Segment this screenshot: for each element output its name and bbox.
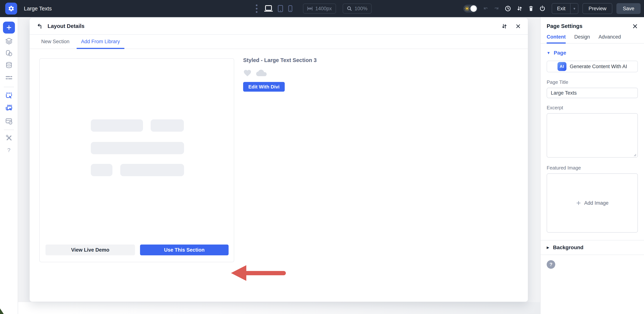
insert-row-button[interactable] <box>5 104 13 112</box>
view-live-demo-button[interactable]: View Live Demo <box>46 245 135 255</box>
viewport-width-input[interactable]: 1400px <box>303 3 336 13</box>
portability-power-icon[interactable] <box>540 5 545 12</box>
triangle-right-icon: ▶ <box>547 246 549 250</box>
sort-arrows-icon[interactable] <box>517 5 522 11</box>
row-cursor-icon <box>5 104 13 112</box>
undo-icon[interactable] <box>483 6 489 11</box>
add-module-button[interactable] <box>3 21 15 33</box>
database-icon <box>6 61 12 69</box>
sidebar-divider <box>4 130 14 130</box>
width-arrows-icon <box>307 6 313 11</box>
shapes-icon <box>5 49 13 57</box>
page-settings-panel: Page Settings Content Design Advanced ▼ … <box>540 17 644 314</box>
use-this-section-button[interactable]: Use This Section <box>140 245 228 255</box>
panel-tab-bar: Content Design Advanced <box>540 34 644 43</box>
edit-with-divi-button[interactable]: Edit With Divi <box>243 82 285 92</box>
viewport-width-value: 1400px <box>315 6 332 11</box>
background-section-toggle[interactable]: ▶ Background <box>540 240 644 255</box>
panel-title: Page Settings <box>547 23 582 29</box>
preview-button[interactable]: Preview <box>582 3 612 14</box>
generate-content-ai-label: Generate Content With AI <box>570 64 627 69</box>
layout-details-modal: Layout Details New Section Add From Libr… <box>30 18 528 302</box>
redo-icon[interactable] <box>493 6 499 11</box>
sun-icon <box>465 6 470 11</box>
trash-icon[interactable] <box>528 5 534 11</box>
structure-list-button[interactable] <box>5 74 13 82</box>
zoom-level-input[interactable]: 100% <box>343 3 372 13</box>
list-rows-icon <box>5 75 13 81</box>
history-clock-icon[interactable] <box>505 5 511 12</box>
layout-item-title: Styled - Large Text Section 3 <box>243 57 316 63</box>
cloud-icon[interactable] <box>256 68 267 77</box>
tab-design[interactable]: Design <box>574 34 590 43</box>
tab-add-from-library[interactable]: Add From Library <box>77 35 124 49</box>
save-button[interactable]: Save <box>616 3 641 14</box>
divi-settings-button[interactable] <box>5 2 17 14</box>
gear-icon <box>8 5 14 12</box>
add-image-label: Add Image <box>584 200 608 206</box>
page-title-input[interactable] <box>547 88 638 98</box>
page-title-topbar: Large Texts <box>24 5 52 12</box>
placeholder-bar <box>91 119 143 132</box>
modal-header: Layout Details <box>30 18 528 35</box>
close-icon[interactable] <box>632 23 638 29</box>
generate-content-ai-button[interactable]: AI Generate Content With AI <box>547 61 638 72</box>
placeholder-bar <box>91 142 184 154</box>
window-disc-icon <box>5 117 13 125</box>
page-section-label: Page <box>554 50 566 56</box>
modal-body: View Live Demo Use This Section Styled -… <box>30 49 528 301</box>
excerpt-textarea[interactable] <box>547 113 638 158</box>
tools-icon <box>5 134 13 142</box>
help-button-sidebar[interactable]: ? <box>5 146 13 154</box>
back-arrow-icon[interactable] <box>37 23 43 29</box>
section-cursor-icon <box>5 92 13 99</box>
triangle-down-icon: ▼ <box>547 51 550 55</box>
featured-image-label: Featured Image <box>547 165 638 171</box>
zoom-level-value: 100% <box>355 6 368 11</box>
annotation-arrow-icon <box>231 264 286 282</box>
placeholder-bar <box>151 119 184 132</box>
excerpt-label: Excerpt <box>547 105 638 111</box>
more-options-icon[interactable] <box>256 4 258 13</box>
tab-content[interactable]: Content <box>547 34 566 43</box>
close-icon[interactable] <box>516 24 521 29</box>
chevron-down-icon: ▾ <box>573 6 575 11</box>
builder-mode-toggle[interactable] <box>463 5 478 12</box>
background-section-label: Background <box>553 245 584 251</box>
design-presets-button[interactable] <box>5 49 13 57</box>
phone-icon <box>288 5 292 12</box>
favorite-heart-icon[interactable] <box>243 69 252 77</box>
modal-title: Layout Details <box>48 23 84 29</box>
layers-icon <box>5 37 13 45</box>
question-icon: ? <box>7 147 10 153</box>
desktop-icon <box>264 5 273 12</box>
resize-handle-icon[interactable] <box>633 153 636 156</box>
insert-section-button[interactable] <box>5 92 13 100</box>
theme-builder-button[interactable] <box>5 117 13 125</box>
modal-tab-bar: New Section Add From Library <box>30 35 528 49</box>
add-image-dropzone[interactable]: Add Image <box>547 173 638 233</box>
magnifier-icon <box>347 6 352 11</box>
desktop-view-button[interactable] <box>264 5 273 12</box>
page-section-toggle[interactable]: ▼ Page <box>547 50 638 56</box>
layers-panel-button[interactable] <box>5 37 13 45</box>
builder-left-rail: ? <box>0 17 18 314</box>
tab-advanced[interactable]: Advanced <box>598 34 621 43</box>
layout-item-info: Styled - Large Text Section 3 Edit With … <box>243 57 316 92</box>
layout-preview-card: View Live Demo Use This Section <box>39 58 234 262</box>
expand-sort-icon[interactable] <box>501 23 507 29</box>
tablet-view-button[interactable] <box>278 5 283 12</box>
phone-view-button[interactable] <box>288 5 292 12</box>
plus-icon <box>6 25 12 30</box>
sidebar-divider <box>4 87 14 87</box>
tab-new-section[interactable]: New Section <box>37 35 74 49</box>
tools-button[interactable] <box>5 134 13 142</box>
plus-icon <box>576 200 581 206</box>
placeholder-bar <box>120 164 184 176</box>
page-content-peek <box>18 302 540 314</box>
exit-button[interactable]: Exit <box>552 6 570 11</box>
help-button[interactable]: ? <box>547 260 555 269</box>
database-library-button[interactable] <box>5 61 13 69</box>
exit-dropdown-button[interactable]: ▾ <box>570 3 578 13</box>
placeholder-bar <box>91 164 112 176</box>
